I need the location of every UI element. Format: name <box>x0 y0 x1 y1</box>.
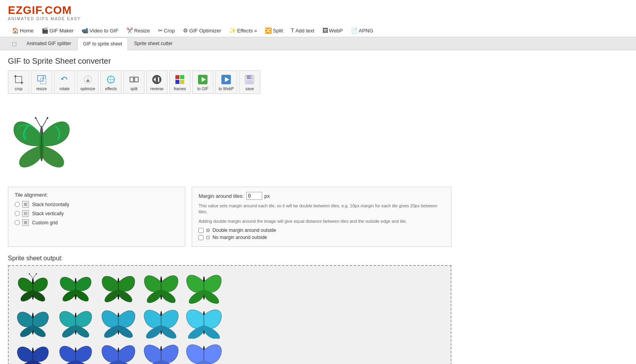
sprite-14 <box>143 342 179 364</box>
tool-optimize[interactable]: optimize <box>77 70 99 94</box>
sprite-11 <box>15 342 51 364</box>
stack-horizontal-radio[interactable] <box>15 202 20 207</box>
sprite-8 <box>101 307 136 339</box>
tool-split[interactable]: split <box>123 70 145 94</box>
nav-video-to-gif[interactable]: 📹 Video to GIF <box>78 24 122 37</box>
output-title: Sprite sheet output: <box>8 255 451 262</box>
nav-resize[interactable]: ✂️ Resize <box>122 24 154 37</box>
frames-tool-icon <box>173 73 186 86</box>
nav-apng[interactable]: 📄 APNG <box>347 24 377 37</box>
svg-rect-22 <box>158 77 159 82</box>
home-icon: 🏠 <box>12 27 19 34</box>
site-logo[interactable]: EZGIF.COM ANIMATED GIFS MADE EASY <box>8 4 81 21</box>
split-icon: 🔀 <box>265 27 272 34</box>
nav-gif-optimizer[interactable]: ⚙ GIF Optimizer <box>179 24 225 37</box>
no-margin-label[interactable]: No margin around outside <box>212 235 267 240</box>
stack-vertical-radio[interactable] <box>15 211 20 216</box>
tab-section-icon: ⬚ <box>8 38 21 50</box>
tab-gif-to-sprite-sheet[interactable]: GIF to sprite sheet <box>77 38 128 50</box>
svg-point-40 <box>47 117 48 119</box>
svg-rect-18 <box>135 77 138 82</box>
crop-tool-icon <box>12 73 25 86</box>
rotate-tool-icon <box>58 73 71 86</box>
tool-rotate[interactable]: rotate <box>54 70 75 94</box>
tool-reverse[interactable]: reverse <box>146 70 168 94</box>
tool-crop[interactable]: crop <box>8 70 29 94</box>
margin-label: Margin around tiles: <box>198 193 244 199</box>
margin-unit: px <box>265 193 270 199</box>
tool-resize[interactable]: resize <box>31 70 52 94</box>
gif-maker-icon: 🎬 <box>42 27 48 34</box>
apng-icon: 📄 <box>351 27 358 34</box>
sprite-7 <box>58 307 93 339</box>
stack-vertical-label[interactable]: Stack vertically <box>32 211 64 216</box>
svg-line-44 <box>33 274 36 278</box>
page-title: GIF to Sprite Sheet converter <box>8 57 451 66</box>
preview-area <box>8 100 451 180</box>
sprite-3 <box>101 272 136 304</box>
nav-webp[interactable]: 🖼 WebP <box>318 24 347 37</box>
custom-grid-radio[interactable] <box>15 220 20 225</box>
svg-rect-17 <box>130 77 133 82</box>
sprite-10 <box>186 307 222 339</box>
no-margin-checkbox[interactable] <box>198 235 204 240</box>
tile-alignment-panel: Tile alignment: ⊞ Stack horizontally ⊟ S… <box>8 187 185 247</box>
crop-nav-icon: ✂ <box>158 27 163 34</box>
margin-row: Margin around tiles: px <box>198 192 445 200</box>
main-nav: 🏠 Home 🎬 GIF Maker 📹 Video to GIF ✂️ Res… <box>8 24 628 37</box>
to-webp-icon <box>220 73 232 86</box>
stack-vertically-row: ⊟ Stack vertically <box>15 210 179 217</box>
custom-grid-row: ⊞ Custom grid <box>15 219 179 226</box>
no-margin-row: ⊡ No margin around outside <box>198 235 445 240</box>
margin-settings-panel: Margin around tiles: px This value sets … <box>192 187 451 247</box>
svg-point-6 <box>21 82 23 83</box>
effects-tool-icon <box>105 73 117 86</box>
settings-panel: Tile alignment: ⊞ Stack horizontally ⊟ S… <box>8 187 451 247</box>
tool-save[interactable]: save <box>239 70 260 94</box>
nav-add-text[interactable]: T Add text <box>287 24 318 37</box>
video-icon: 📹 <box>82 27 88 34</box>
stack-horizontally-row: ⊞ Stack horizontally <box>15 201 179 208</box>
nav-home[interactable]: 🏠 Home <box>8 24 38 37</box>
sprite-output-area <box>8 265 451 364</box>
tab-sprite-sheet-cutter[interactable]: Sprite sheet cutter <box>128 37 178 50</box>
tool-to-webp[interactable]: to WebP <box>215 70 237 94</box>
stack-horizontal-label[interactable]: Stack horizontally <box>32 202 69 207</box>
svg-rect-26 <box>175 80 179 84</box>
reverse-tool-icon <box>150 73 163 86</box>
optimize-tool-icon <box>82 73 94 86</box>
svg-point-38 <box>35 117 36 119</box>
svg-marker-11 <box>61 78 64 80</box>
nav-split[interactable]: 🔀 Split <box>261 24 287 37</box>
svg-rect-24 <box>175 75 179 79</box>
nav-effects[interactable]: ✨ Effects » <box>225 24 261 37</box>
double-margin-row: ⊞ Double margin around outside <box>198 228 445 233</box>
nav-gif-maker[interactable]: 🎬 GIF Maker <box>38 24 78 37</box>
sub-tabs: ⬚ Animated GIF splitter GIF to sprite sh… <box>0 37 636 50</box>
tab-animated-gif-splitter[interactable]: Animated GIF splitter <box>21 37 77 50</box>
effects-icon: ✨ <box>229 27 236 34</box>
tool-to-gif[interactable]: to GIF <box>192 70 213 94</box>
svg-rect-0 <box>15 76 22 83</box>
custom-grid-label[interactable]: Custom grid <box>32 220 58 226</box>
sprite-12 <box>58 342 93 364</box>
svg-point-5 <box>15 76 16 77</box>
margin-input[interactable] <box>246 192 262 200</box>
optimizer-icon: ⚙ <box>183 27 188 34</box>
nav-crop[interactable]: ✂ Crop <box>154 24 179 37</box>
sprite-9 <box>143 307 179 339</box>
tool-frames[interactable]: frames <box>169 70 190 94</box>
margin-note-2: Adding double margin around the image wi… <box>198 218 445 224</box>
double-margin-label[interactable]: Double margin around outside <box>212 228 276 233</box>
tool-effects[interactable]: effects <box>100 70 122 94</box>
preview-butterfly <box>8 100 75 179</box>
sprite-6 <box>15 307 51 339</box>
tile-alignment-label: Tile alignment: <box>15 192 179 198</box>
sprite-grid <box>15 272 444 364</box>
sprite-5 <box>186 272 222 304</box>
webp-icon: 🖼 <box>322 27 328 34</box>
resize-tool-icon <box>35 73 48 86</box>
svg-rect-25 <box>180 75 184 79</box>
svg-line-37 <box>36 118 41 127</box>
double-margin-checkbox[interactable] <box>198 228 204 233</box>
